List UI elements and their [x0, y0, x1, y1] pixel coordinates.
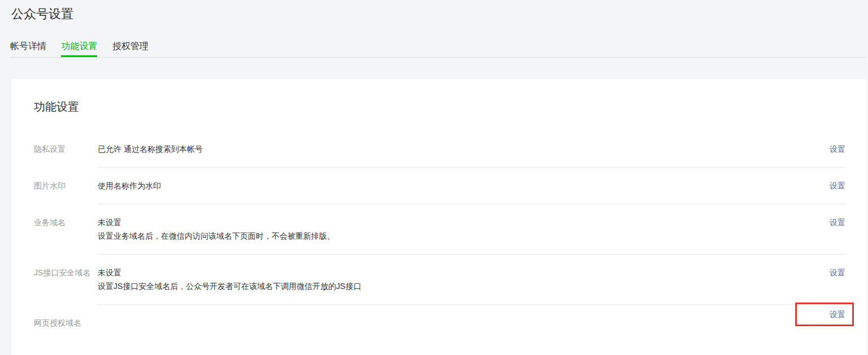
- red-highlight-annotation: 设置: [795, 303, 854, 326]
- row-description: 设置JS接口安全域名后，公众号开发者可在该域名下调用微信开放的JS接口: [98, 279, 361, 293]
- row-value: 已允许 通过名称搜索到本帐号: [98, 142, 203, 156]
- row-business-domain: 业务域名 未设置 设置业务域名后，在微信内访问该域名下页面时，不会被重新排版。 …: [34, 204, 845, 255]
- row-label: JS接口安全域名: [34, 255, 98, 305]
- privacy-settings-set-link[interactable]: 设置: [830, 142, 845, 156]
- business-domain-set-link[interactable]: 设置: [830, 216, 845, 229]
- row-image-watermark: 图片水印 使用名称作为水印 设置: [34, 168, 845, 204]
- tab-account-details[interactable]: 帐号详情: [10, 42, 46, 57]
- card-heading: 功能设置: [34, 79, 845, 113]
- row-label: 业务域名: [34, 204, 98, 255]
- row-js-api-secure-domain: JS接口安全域名 未设置 设置JS接口安全域名后，公众号开发者可在该域名下调用微…: [34, 255, 845, 305]
- row-value: 未设置: [98, 266, 361, 279]
- js-api-secure-domain-set-link[interactable]: 设置: [830, 266, 845, 279]
- row-label: 隐私设置: [34, 131, 98, 168]
- row-webpage-auth-domain: 网页授权域名: [34, 305, 845, 341]
- page-title: 公众号设置: [11, 7, 868, 21]
- row-value: 使用名称作为水印: [98, 179, 161, 192]
- image-watermark-set-link[interactable]: 设置: [830, 179, 845, 192]
- tab-bar: 帐号详情 功能设置 授权管理: [10, 21, 867, 58]
- function-settings-card: 功能设置 隐私设置 已允许 通过名称搜索到本帐号 设置 图片水印 使用名称作为水…: [11, 79, 867, 355]
- settings-rows: 隐私设置 已允许 通过名称搜索到本帐号 设置 图片水印 使用名称作为水印 设置 …: [34, 131, 845, 341]
- row-description: 设置业务域名后，在微信内访问该域名下页面时，不会被重新排版。: [98, 229, 335, 243]
- tab-authorization-management[interactable]: 授权管理: [112, 42, 149, 57]
- row-label: 网页授权域名: [34, 305, 98, 341]
- row-privacy-settings: 隐私设置 已允许 通过名称搜索到本帐号 设置: [34, 131, 845, 168]
- webpage-auth-domain-set-link[interactable]: 设置: [830, 308, 845, 321]
- row-label: 图片水印: [34, 168, 98, 204]
- row-value: 未设置: [98, 216, 335, 229]
- tab-function-settings[interactable]: 功能设置: [61, 42, 97, 57]
